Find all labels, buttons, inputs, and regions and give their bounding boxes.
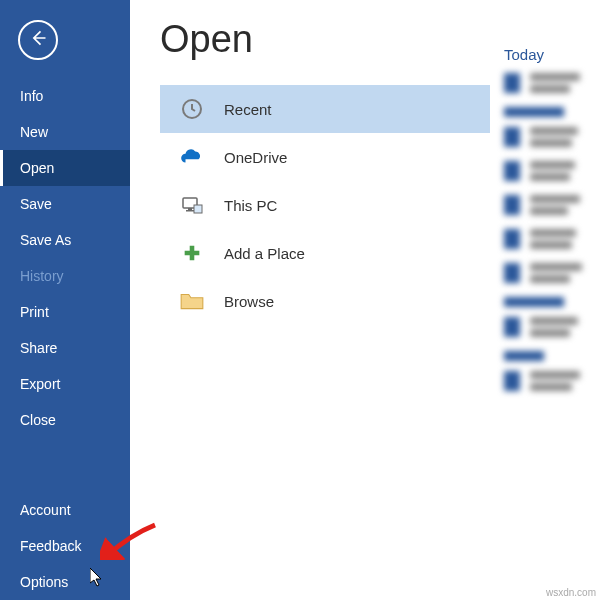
watermark: wsxdn.com (546, 587, 596, 598)
main-panel: Open Recent OneDrive This PC (130, 0, 600, 600)
place-this-pc[interactable]: This PC (160, 181, 490, 229)
sidebar-item-history: History (0, 258, 130, 294)
backstage-sidebar: Info New Open Save Save As History Print… (0, 0, 130, 600)
sidebar-item-feedback[interactable]: Feedback (0, 528, 130, 564)
svg-rect-3 (186, 210, 194, 212)
place-onedrive[interactable]: OneDrive (160, 133, 490, 181)
place-label: This PC (224, 197, 277, 214)
recent-file-item[interactable] (504, 229, 590, 249)
recent-section-header (504, 107, 564, 117)
place-browse[interactable]: Browse (160, 277, 490, 325)
recent-file-item[interactable] (504, 73, 590, 93)
page-title: Open (160, 18, 490, 61)
sidebar-item-new[interactable]: New (0, 114, 130, 150)
place-add-place[interactable]: Add a Place (160, 229, 490, 277)
sidebar-item-open[interactable]: Open (0, 150, 130, 186)
recent-section-header (504, 297, 564, 307)
sidebar-item-options[interactable]: Options (0, 564, 130, 600)
cloud-icon (178, 143, 206, 171)
recent-section-today: Today (504, 46, 590, 63)
back-arrow-icon (28, 28, 48, 52)
sidebar-item-share[interactable]: Share (0, 330, 130, 366)
svg-rect-4 (194, 205, 202, 213)
svg-rect-2 (188, 208, 192, 210)
sidebar-item-info[interactable]: Info (0, 78, 130, 114)
recent-file-item[interactable] (504, 195, 590, 215)
recent-files-panel: Today (490, 18, 600, 600)
back-button[interactable] (18, 20, 58, 60)
recent-file-item[interactable] (504, 317, 590, 337)
places-column: Open Recent OneDrive This PC (160, 18, 490, 600)
recent-file-item[interactable] (504, 263, 590, 283)
recent-file-item[interactable] (504, 161, 590, 181)
pc-icon (178, 191, 206, 219)
place-label: OneDrive (224, 149, 287, 166)
recent-file-item[interactable] (504, 371, 590, 391)
place-label: Browse (224, 293, 274, 310)
sidebar-item-close[interactable]: Close (0, 402, 130, 438)
recent-section-header (504, 351, 544, 361)
sidebar-item-export[interactable]: Export (0, 366, 130, 402)
place-label: Add a Place (224, 245, 305, 262)
sidebar-item-print[interactable]: Print (0, 294, 130, 330)
sidebar-item-save-as[interactable]: Save As (0, 222, 130, 258)
plus-icon (178, 239, 206, 267)
folder-icon (178, 287, 206, 315)
clock-icon (178, 95, 206, 123)
place-recent[interactable]: Recent (160, 85, 490, 133)
recent-file-item[interactable] (504, 127, 590, 147)
sidebar-item-account[interactable]: Account (0, 492, 130, 528)
sidebar-item-save[interactable]: Save (0, 186, 130, 222)
place-label: Recent (224, 101, 272, 118)
